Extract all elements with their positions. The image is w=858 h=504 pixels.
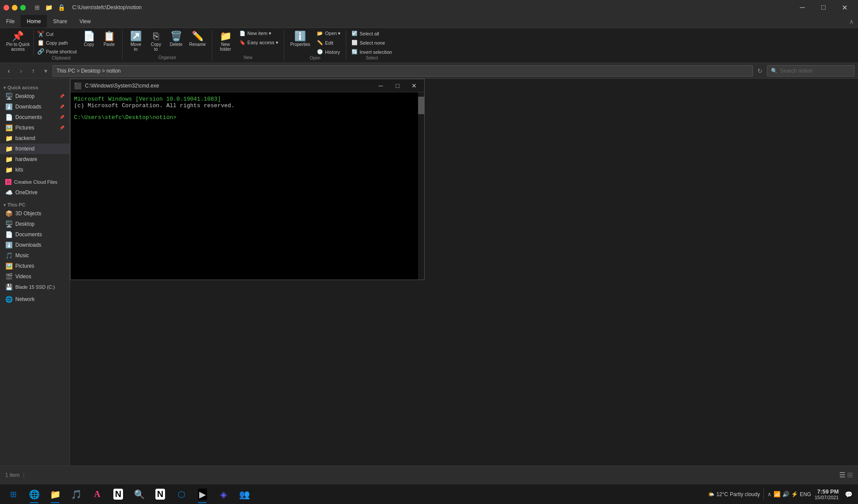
lang-indicator[interactable]: ENG [800,491,811,497]
sidebar-item-network[interactable]: 🌐 Network [0,294,70,304]
sidebar-item-pictures-pc[interactable]: 🖼️ Pictures [0,261,70,271]
easy-access-button[interactable]: 🔖 Easy access ▾ [238,39,280,46]
taskbar-notion2[interactable]: N [151,485,170,504]
cmd-scrollbar-thumb[interactable] [418,97,424,114]
cmd-close-button[interactable]: ✕ [408,79,421,92]
open-button[interactable]: 📂 Open ▾ [315,30,342,37]
invert-selection-button[interactable]: 🔄 Invert selection [350,48,394,56]
minimize-traffic-light[interactable] [12,5,18,10]
sidebar-item-blade-ssd[interactable]: 💾 Blade 15 SSD (C:) [0,282,70,292]
minimize-button[interactable]: ─ [792,0,812,15]
sidebar-item-onedrive[interactable]: ☁️ OneDrive [0,187,70,198]
taskbar-terminal[interactable]: ▶ [193,485,212,504]
address-path[interactable]: This PC > Desktop > notion [53,65,753,77]
3dobjects-icon: 📦 [5,210,13,217]
tab-share[interactable]: Share [47,15,73,28]
copy-path-button[interactable]: 📋 Copy path [35,38,78,47]
new-item-button[interactable]: 📄 New item ▾ [238,30,280,37]
move-to-button[interactable]: ↗️ Moveto [126,30,145,53]
taskbar-chrome[interactable]: 🌐 [25,485,44,504]
paste-button[interactable]: 📋 Paste [99,30,119,49]
title-bar: ⊞ 📁 🔒 C:\Users\stefc\Desktop\notion ─ □ … [0,0,858,15]
search-icon: 🔍 [771,68,777,74]
up-button[interactable]: ↑ [28,66,39,76]
cmd-maximize-button[interactable]: □ [391,79,404,92]
sidebar-item-backend[interactable]: 📁 backend [0,133,70,144]
history-button[interactable]: 🕐 History [315,48,342,56]
onedrive-label: OneDrive [15,189,38,196]
edit-button[interactable]: ✏️ Edit [315,39,342,46]
cmd-body[interactable]: Microsoft Windows [Version 10.0.19041.10… [70,92,424,280]
recent-locations[interactable]: ▾ [40,66,51,76]
copy-button[interactable]: 📄 Copy [79,30,98,49]
weather-widget[interactable]: 🌤️ 12°C Partly cloudy [708,491,760,497]
sidebar-item-downloads-pc[interactable]: ⬇️ Downloads [0,240,70,250]
tab-home[interactable]: Home [21,15,47,28]
sidebar-item-frontend[interactable]: 📁 frontend [0,144,70,154]
tab-file[interactable]: File [0,15,21,28]
taskbar-vscode[interactable]: ⬡ [172,485,191,504]
maximize-button[interactable]: □ [813,0,833,15]
select-none-button[interactable]: ⬜ Select none [350,39,394,46]
refresh-button[interactable]: ↻ [755,66,765,76]
sidebar-item-documents-quick[interactable]: 📄 Documents 📌 [0,112,70,122]
properties-button[interactable]: ℹ️ Properties [288,30,313,49]
sidebar-item-desktop[interactable]: 🖥️ Desktop 📌 [0,91,70,102]
new-items: 📁 Newfolder 📄 New item ▾ 🔖 Easy access ▾ [216,30,280,55]
taskbar-explorer[interactable]: 📁 [46,485,65,504]
view-tiles-icon[interactable]: ⊞ [847,471,853,479]
volume-icon[interactable]: 🔊 [782,491,789,497]
notifications-button[interactable]: 💬 [842,485,854,504]
sidebar-item-downloads-quick[interactable]: ⬇️ Downloads 📌 [0,102,70,112]
this-pc-header[interactable]: ▾ This PC [0,200,70,208]
sidebar-item-desktop-pc[interactable]: 🖥️ Desktop [0,219,70,229]
cmd-minimize-button[interactable]: ─ [374,79,387,92]
back-button[interactable]: ‹ [4,66,14,76]
sidebar-item-videos[interactable]: 🎬 Videos [0,271,70,282]
start-button[interactable]: ⊞ [4,485,23,504]
delete-button[interactable]: 🗑️ Delete [166,30,186,49]
cmd-prompt: C:\Users\stefc\Desktop\notion> [74,114,421,121]
sidebar-item-3dobjects[interactable]: 📦 3D Objects [0,208,70,219]
sidebar-item-music[interactable]: 🎵 Music [0,250,70,261]
sidebar-item-documents-pc[interactable]: 📄 Documents [0,229,70,240]
network-tray-icon[interactable]: 📶 [774,491,781,497]
search-taskbar-icon: 🔍 [134,489,145,500]
music-label: Music [15,252,29,259]
cmd-line2: (c) Microsoft Corporation. All rights re… [74,102,421,109]
sidebar-item-pictures-quick[interactable]: 🖼️ Pictures 📌 [0,122,70,133]
rename-button[interactable]: ✏️ Rename [186,30,208,49]
copy-to-button[interactable]: ⎘ Copyto [146,30,165,53]
cmd-scrollbar[interactable] [418,92,424,280]
adobe-icon: A [94,489,100,499]
pin-to-quick-access-button[interactable]: 📌 Pin to Quickaccess [4,30,32,53]
close-button[interactable]: ✕ [834,0,854,15]
forward-button[interactable]: › [16,66,26,76]
quick-access-icon[interactable]: ⊞ [33,3,42,12]
ribbon-collapse[interactable]: ∧ [845,18,858,25]
quick-access-header[interactable]: ▾ Quick access [0,82,70,91]
sidebar-item-creative-cloud[interactable]: 🅰 Creative Cloud Files [0,177,70,187]
cut-button[interactable]: ✂️ Cut [35,30,78,38]
taskbar-adobe[interactable]: A [88,485,107,504]
taskbar-spotify[interactable]: 🎵 [67,485,86,504]
tab-view[interactable]: View [73,15,97,28]
paste-shortcut-button[interactable]: 🔗 Paste shortcut [35,47,78,56]
new-folder-button[interactable]: 📁 Newfolder [216,30,235,53]
battery-icon[interactable]: ⚡ [791,491,798,497]
taskbar-search[interactable]: 🔍 [130,485,149,504]
maximize-traffic-light[interactable] [20,5,26,10]
sidebar-item-kits[interactable]: 📁 kits [0,164,70,175]
clock[interactable]: 7:59 PM 15/07/2021 [815,488,839,500]
select-all-button[interactable]: ☑️ Select all [350,30,394,37]
nav-up-icon[interactable]: 🔒 [56,3,67,12]
view-details-icon[interactable]: ☰ [839,471,845,479]
search-box[interactable]: 🔍 Search notion [767,65,854,77]
sidebar-item-hardware[interactable]: 📁 hardware [0,154,70,164]
folder-icon[interactable]: 📁 [43,3,54,12]
taskbar-teams[interactable]: 👥 [235,485,254,504]
taskbar-vscode2[interactable]: ◈ [214,485,233,504]
close-traffic-light[interactable] [4,5,9,10]
taskbar-notion[interactable]: N [109,485,128,504]
show-hidden-icons[interactable]: ∧ [767,491,772,497]
